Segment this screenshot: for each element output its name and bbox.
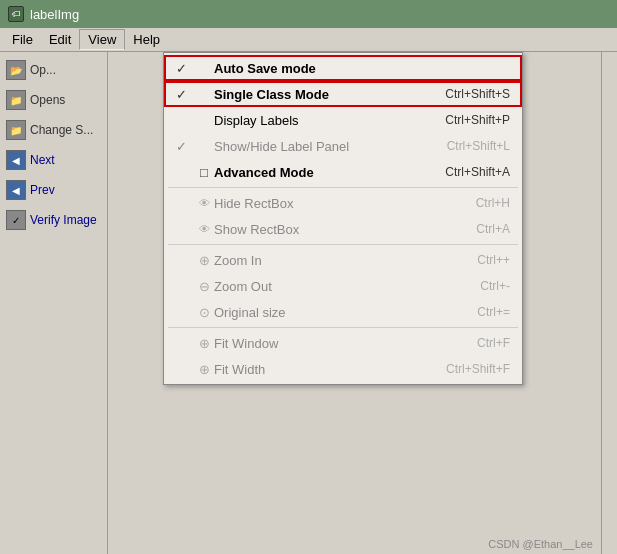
open-icon: 📂 <box>6 60 26 80</box>
menu-fit-window[interactable]: ⊕ Fit Window Ctrl+F <box>164 330 522 356</box>
verify-icon: ✓ <box>6 210 26 230</box>
advanced-icon: □ <box>194 164 214 180</box>
advanced-label: Advanced Mode <box>214 165 405 180</box>
right-scrollbar[interactable] <box>601 52 617 554</box>
fit-width-shortcut: Ctrl+Shift+F <box>446 362 510 376</box>
show-hide-check: ✓ <box>176 139 194 154</box>
hide-rectbox-shortcut: Ctrl+H <box>476 196 510 210</box>
toolbar-open[interactable]: 📂 Op... <box>0 56 107 84</box>
menu-auto-save[interactable]: ✓ Auto Save mode <box>164 55 522 81</box>
next-label: Next <box>30 153 55 167</box>
fit-window-label: Fit Window <box>214 336 437 351</box>
open-label: Op... <box>30 63 56 77</box>
toolbar-next[interactable]: ◀ Next <box>0 146 107 174</box>
fit-window-icon: ⊕ <box>194 335 214 351</box>
menu-advanced-mode[interactable]: □ Advanced Mode Ctrl+Shift+A <box>164 159 522 185</box>
display-labels-label: Display Labels <box>214 113 405 128</box>
toolbar-verify[interactable]: ✓ Verify Image <box>0 206 107 234</box>
menu-zoom-out[interactable]: ⊖ Zoom Out Ctrl+- <box>164 273 522 299</box>
change-dir-label: Change S... <box>30 123 93 137</box>
zoom-in-shortcut: Ctrl++ <box>477 253 510 267</box>
prev-icon: ◀ <box>6 180 26 200</box>
menu-show-hide-label[interactable]: ✓ Show/Hide Label Panel Ctrl+Shift+L <box>164 133 522 159</box>
show-rectbox-shortcut: Ctrl+A <box>476 222 510 236</box>
watermark: CSDN @Ethan__Lee <box>488 538 593 550</box>
main-area: 📂 Op... 📁 Opens 📁 Change S... ◀ Next ◀ P… <box>0 52 617 554</box>
menu-single-class[interactable]: ✓ Single Class Mode Ctrl+Shift+S <box>164 81 522 107</box>
menu-edit[interactable]: Edit <box>41 30 79 49</box>
separator-3 <box>168 327 518 328</box>
hide-rectbox-label: Hide RectBox <box>214 196 436 211</box>
left-toolbar: 📂 Op... 📁 Opens 📁 Change S... ◀ Next ◀ P… <box>0 52 108 554</box>
menu-view[interactable]: View <box>79 29 125 50</box>
next-icon: ◀ <box>6 150 26 170</box>
display-labels-icon <box>194 112 214 128</box>
show-hide-icon <box>194 138 214 154</box>
auto-save-label: Auto Save mode <box>214 61 470 76</box>
menu-bar: File Edit View Help <box>0 28 617 52</box>
content-area: ✓ Auto Save mode ✓ Single Class Mode Ctr… <box>108 52 601 554</box>
open-dir-icon: 📁 <box>6 90 26 110</box>
zoom-in-label: Zoom In <box>214 253 437 268</box>
zoom-in-icon: ⊕ <box>194 252 214 268</box>
toolbar-change-dir[interactable]: 📁 Change S... <box>0 116 107 144</box>
show-hide-shortcut: Ctrl+Shift+L <box>447 139 510 153</box>
menu-file[interactable]: File <box>4 30 41 49</box>
prev-label: Prev <box>30 183 55 197</box>
zoom-out-icon: ⊖ <box>194 278 214 294</box>
single-class-label: Single Class Mode <box>214 87 405 102</box>
single-class-icon <box>194 86 214 102</box>
fit-width-icon: ⊕ <box>194 361 214 377</box>
menu-help[interactable]: Help <box>125 30 168 49</box>
show-hide-label: Show/Hide Label Panel <box>214 139 407 154</box>
fit-window-shortcut: Ctrl+F <box>477 336 510 350</box>
app-title: labelImg <box>30 7 79 22</box>
original-size-icon: ⊙ <box>194 304 214 320</box>
menu-display-labels[interactable]: Display Labels Ctrl+Shift+P <box>164 107 522 133</box>
separator-2 <box>168 244 518 245</box>
show-rectbox-label: Show RectBox <box>214 222 436 237</box>
toolbar-prev[interactable]: ◀ Prev <box>0 176 107 204</box>
menu-fit-width[interactable]: ⊕ Fit Width Ctrl+Shift+F <box>164 356 522 382</box>
menu-zoom-in[interactable]: ⊕ Zoom In Ctrl++ <box>164 247 522 273</box>
view-dropdown-menu: ✓ Auto Save mode ✓ Single Class Mode Ctr… <box>163 52 523 385</box>
fit-width-label: Fit Width <box>214 362 406 377</box>
separator-1 <box>168 187 518 188</box>
verify-label: Verify Image <box>30 213 97 227</box>
toolbar-open-dir[interactable]: 📁 Opens <box>0 86 107 114</box>
original-size-shortcut: Ctrl+= <box>477 305 510 319</box>
auto-save-check: ✓ <box>176 61 194 76</box>
app-icon: 🏷 <box>8 6 24 22</box>
hide-rectbox-icon: 👁 <box>194 195 214 211</box>
original-size-label: Original size <box>214 305 437 320</box>
single-class-shortcut: Ctrl+Shift+S <box>445 87 510 101</box>
show-rectbox-icon: 👁 <box>194 221 214 237</box>
advanced-shortcut: Ctrl+Shift+A <box>445 165 510 179</box>
menu-show-rectbox[interactable]: 👁 Show RectBox Ctrl+A <box>164 216 522 242</box>
menu-original-size[interactable]: ⊙ Original size Ctrl+= <box>164 299 522 325</box>
zoom-out-shortcut: Ctrl+- <box>480 279 510 293</box>
zoom-out-label: Zoom Out <box>214 279 440 294</box>
display-labels-shortcut: Ctrl+Shift+P <box>445 113 510 127</box>
single-class-check: ✓ <box>176 87 194 102</box>
open-dir-label: Opens <box>30 93 65 107</box>
menu-hide-rectbox[interactable]: 👁 Hide RectBox Ctrl+H <box>164 190 522 216</box>
change-dir-icon: 📁 <box>6 120 26 140</box>
auto-save-icon <box>194 60 214 76</box>
title-bar: 🏷 labelImg <box>0 0 617 28</box>
